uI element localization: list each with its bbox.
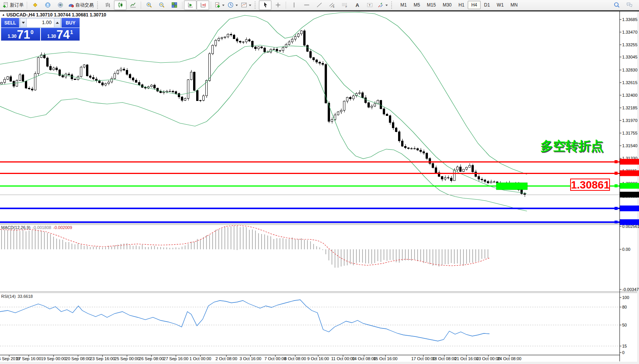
svg-text:-0.003479: -0.003479 [622, 287, 639, 292]
channel-button[interactable]: E [325, 0, 338, 10]
line-anchor-marker[interactable] [615, 172, 618, 175]
candlestick-button[interactable] [114, 0, 127, 10]
templates-icon [241, 2, 247, 8]
candlesticks [1, 29, 526, 197]
toolbar-drag-handle[interactable] [97, 2, 99, 9]
buy-button[interactable]: BUY [62, 18, 80, 28]
templates-button[interactable] [239, 0, 253, 10]
bar-chart-button[interactable] [101, 0, 114, 10]
level-price-label[interactable] [620, 171, 639, 176]
chat-button[interactable] [623, 0, 636, 10]
search-button[interactable] [610, 0, 623, 10]
fibonacci-button[interactable]: F [338, 0, 351, 10]
line-anchor-marker[interactable] [615, 160, 618, 163]
svg-text:23 Oct 00:00: 23 Oct 00:00 [476, 356, 501, 361]
community-icon [45, 2, 51, 8]
line-anchor-marker[interactable] [615, 184, 618, 187]
volume-decrease-button[interactable] [20, 18, 27, 27]
trendline-button[interactable] [313, 0, 325, 10]
buy-price[interactable]: 1.30741 [41, 28, 80, 41]
chart-shift-button[interactable] [197, 0, 209, 10]
indicators-button[interactable] [213, 0, 226, 10]
timeframe-w1[interactable]: W1 [493, 1, 507, 9]
sell-button[interactable]: SELL [1, 18, 19, 28]
timeframe-mn[interactable]: MN [507, 1, 521, 9]
autotrading-button[interactable]: 自动交易 [67, 0, 95, 10]
level-price-label[interactable] [620, 183, 639, 189]
sell-price[interactable]: 1.30710 [1, 28, 40, 41]
timeframe-h4[interactable]: H4 [468, 1, 480, 9]
sell-price-pips: 71 [17, 29, 30, 40]
shapes-button[interactable] [376, 0, 389, 10]
svg-text:23 Sep 16:00: 23 Sep 16:00 [90, 356, 115, 361]
cursor-button[interactable] [259, 0, 272, 10]
svg-text:15: 15 [622, 344, 627, 348]
chart-title: ▲USDCAD-,H4 1.30710 1.30744 1.30681 1.30… [2, 12, 106, 18]
autotrading-button-label: 自动交易 [75, 2, 94, 8]
periods-icon [228, 2, 234, 8]
hline-icon [304, 2, 310, 8]
auto-scroll-button[interactable] [184, 0, 197, 10]
level-price-label[interactable] [620, 159, 639, 165]
line-chart-button[interactable] [127, 0, 139, 10]
vline-button[interactable] [288, 0, 300, 10]
timeframe-m5[interactable]: M5 [410, 1, 424, 9]
dropdown-caret-icon[interactable] [385, 5, 388, 7]
svg-text:25 Sep 00:00: 25 Sep 00:00 [114, 356, 139, 361]
price-callout-box[interactable]: 1.30861 [570, 179, 610, 191]
periods-button[interactable] [226, 0, 239, 10]
timeframe-m30[interactable]: M30 [439, 1, 455, 9]
toolbar-drag-handle[interactable] [391, 2, 393, 9]
zoom-out-icon [159, 2, 165, 8]
auto-scroll-icon [187, 2, 193, 8]
svg-text:1.31540: 1.31540 [622, 143, 637, 148]
autotrading-icon [68, 2, 74, 8]
svg-text:20 Sep 08:00: 20 Sep 08:00 [65, 356, 90, 361]
chart-shift-icon [200, 2, 206, 8]
timeframe-m1[interactable]: M1 [397, 1, 410, 9]
macd-name: MACD(12,26,9) [1, 225, 30, 230]
volume-input[interactable]: 1.00 [27, 18, 54, 27]
new-order-button[interactable]: 新订单 [1, 0, 25, 10]
chart-canvas[interactable]: 1.336851.334701.332551.330451.328301.326… [0, 0, 639, 364]
dropdown-caret-icon[interactable] [249, 5, 251, 7]
svg-text:E: E [333, 5, 335, 8]
axis-labels: 1.336851.334701.332551.330451.328301.326… [0, 17, 639, 361]
level-price-label[interactable] [620, 192, 639, 198]
svg-text:1.33685: 1.33685 [622, 17, 637, 22]
volume-increase-button[interactable] [54, 18, 61, 27]
dropdown-caret-icon[interactable] [236, 5, 238, 7]
tile-windows-button[interactable] [168, 0, 180, 10]
svg-text:8 Oct 08:00: 8 Oct 08:00 [285, 356, 306, 361]
crosshair-button[interactable] [272, 0, 284, 10]
chart-annotation-text[interactable]: 多空转折点 [540, 138, 603, 155]
label-button[interactable]: T [363, 0, 376, 10]
news-button[interactable] [54, 0, 67, 10]
svg-text:1.33255: 1.33255 [622, 42, 637, 47]
svg-text:50: 50 [622, 323, 627, 327]
timeframe-m15[interactable]: M15 [423, 1, 439, 9]
crosshair-icon [275, 2, 281, 8]
market-button[interactable] [29, 0, 41, 10]
volume-spinner[interactable]: 1.00 [20, 18, 61, 28]
timeframe-d1[interactable]: D1 [481, 1, 493, 9]
level-price-label[interactable] [620, 219, 639, 225]
hline-button[interactable] [300, 0, 313, 10]
dropdown-caret-icon[interactable] [222, 5, 224, 7]
line-anchor-marker[interactable] [615, 221, 618, 224]
zoom-in-button[interactable] [143, 0, 155, 10]
svg-text:1.31970: 1.31970 [622, 118, 637, 123]
level-price-label[interactable] [620, 206, 639, 211]
horizontal-lines[interactable] [0, 162, 619, 222]
text-button[interactable]: A [351, 0, 363, 10]
zoom-out-button[interactable] [155, 0, 168, 10]
line-anchor-marker[interactable] [615, 207, 618, 210]
timeframe-h1[interactable]: H1 [455, 1, 468, 9]
candlestick-icon [117, 2, 124, 8]
new-order-button-label: 新订单 [10, 2, 24, 8]
toolbar-drag-handle[interactable] [255, 2, 257, 9]
up-arrow-icon [56, 20, 59, 24]
highlight-zone[interactable] [496, 183, 527, 190]
chat-icon [626, 2, 632, 8]
community-button[interactable] [41, 0, 54, 10]
